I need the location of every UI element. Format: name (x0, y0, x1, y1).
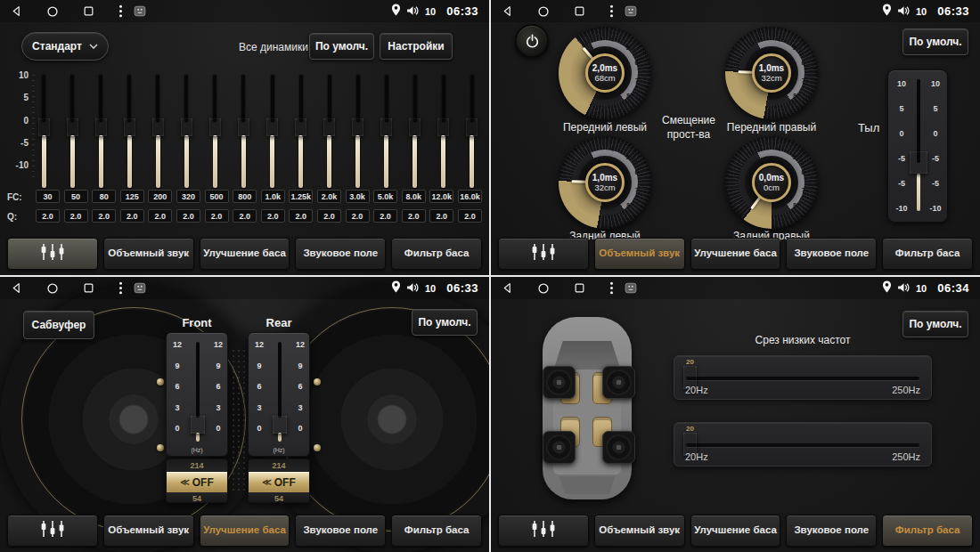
fc-value[interactable]: 80 (92, 190, 116, 203)
q-value[interactable]: 2.0 (458, 209, 482, 223)
q-value[interactable]: 2.0 (92, 209, 116, 223)
fc-value[interactable]: 500 (205, 190, 229, 203)
fc-value[interactable]: 8.0k (402, 190, 426, 203)
status-app-icon[interactable] (625, 282, 637, 294)
tab-equalizer[interactable] (498, 515, 589, 547)
drum-selected-value[interactable]: ≪OFF (167, 472, 227, 492)
tab-bass-boost[interactable]: Улучшение баса (690, 515, 781, 547)
fc-value[interactable]: 200 (148, 190, 172, 203)
back-icon[interactable] (11, 5, 22, 17)
tab-sound-field[interactable]: Звуковое поле (295, 515, 386, 547)
bass-level-panel-rear[interactable]: 129630129630(Hz) (248, 332, 310, 457)
menu-dots-icon[interactable] (118, 4, 123, 18)
eq-band-slider-1.25k[interactable] (295, 73, 307, 191)
settings-button[interactable]: Настройки (380, 33, 453, 60)
eq-band-slider-8.0k[interactable] (409, 73, 421, 191)
q-value[interactable]: 2.0 (176, 209, 200, 223)
status-app-icon[interactable] (134, 5, 146, 17)
fc-value[interactable]: 5.0k (373, 190, 397, 203)
slider-knob[interactable] (181, 118, 192, 136)
tab-surround-sound[interactable]: Объемный звук (594, 238, 685, 270)
fc-value[interactable]: 12.0k (429, 190, 453, 203)
q-value[interactable]: 2.0 (120, 209, 144, 223)
default-button[interactable]: По умолч. (309, 33, 374, 60)
fc-value[interactable]: 125 (120, 190, 144, 203)
recents-square-icon[interactable] (574, 5, 585, 17)
preset-dropdown[interactable]: Стандарт (21, 32, 109, 61)
slider-knob[interactable] (380, 118, 392, 136)
delay-gauge-4[interactable]: 456780,0ms0cm (725, 136, 818, 229)
slider-knob[interactable] (124, 118, 135, 136)
q-value[interactable]: 2.0 (429, 209, 453, 223)
fc-value[interactable]: 16.0k (458, 190, 482, 203)
eq-band-slider-200[interactable] (151, 73, 164, 191)
eq-band-slider-12.0k[interactable] (437, 73, 450, 191)
recents-square-icon[interactable] (574, 282, 585, 294)
q-value[interactable]: 2.0 (317, 209, 341, 223)
home-circle-icon[interactable] (46, 5, 59, 18)
tab-bass-boost[interactable]: Улучшение баса (690, 238, 781, 270)
eq-band-slider-1.0k[interactable] (266, 73, 279, 191)
tab-bass-filter[interactable]: Фильтр баса (882, 515, 973, 547)
tab-sound-field[interactable]: Звуковое поле (786, 238, 877, 270)
menu-dots-icon[interactable] (118, 281, 123, 295)
tab-equalizer[interactable] (7, 238, 98, 270)
low-cut-slider-1[interactable]: 2020Hz250Hz (674, 355, 932, 400)
tab-equalizer[interactable] (7, 515, 98, 547)
home-circle-icon[interactable] (46, 282, 59, 295)
slider-knob[interactable] (238, 118, 249, 136)
slider-knob[interactable] (95, 118, 107, 136)
slider-knob[interactable] (273, 416, 287, 434)
eq-band-slider-500[interactable] (208, 73, 221, 191)
slider-knob[interactable] (323, 118, 335, 136)
eq-band-slider-2.0k[interactable] (323, 73, 336, 191)
recents-square-icon[interactable] (83, 5, 94, 17)
tab-bass-boost[interactable]: Улучшение баса (200, 238, 290, 270)
low-cut-slider-2[interactable]: 2020Hz250Hz (674, 422, 932, 467)
menu-dots-icon[interactable] (609, 281, 614, 295)
rear-level-slider[interactable]: 1050-5-5-101050-5-5-10 (887, 69, 948, 223)
slider-knob[interactable] (38, 118, 50, 136)
frequency-drum-front[interactable]: 214≪OFF54 (166, 459, 228, 503)
power-button[interactable] (515, 24, 549, 58)
q-value[interactable]: 2.0 (346, 209, 370, 223)
q-value[interactable]: 2.0 (64, 209, 88, 223)
tab-surround-sound[interactable]: Объемный звук (594, 515, 685, 547)
slider-knob[interactable] (191, 416, 205, 434)
q-value[interactable]: 2.0 (289, 209, 313, 223)
recents-square-icon[interactable] (83, 282, 94, 294)
slider-knob[interactable] (409, 118, 421, 136)
slider-knob[interactable] (67, 118, 78, 136)
status-app-icon[interactable] (134, 282, 146, 294)
eq-band-slider-50[interactable] (66, 73, 78, 191)
slider-knob[interactable] (466, 118, 478, 136)
q-value[interactable]: 2.0 (402, 209, 426, 223)
drum-selected-value[interactable]: ≪OFF (249, 472, 309, 492)
eq-band-slider-5.0k[interactable] (380, 73, 393, 191)
q-value[interactable]: 2.0 (205, 209, 229, 223)
back-icon[interactable] (502, 282, 513, 294)
tab-bass-filter[interactable]: Фильтр баса (391, 238, 482, 270)
back-icon[interactable] (502, 5, 513, 17)
default-button[interactable]: По умолч. (412, 309, 478, 336)
slider-knob[interactable] (437, 118, 449, 136)
frequency-drum-rear[interactable]: 214≪OFF54 (248, 459, 310, 503)
q-value[interactable]: 2.0 (148, 209, 172, 223)
eq-band-slider-3.0k[interactable] (352, 73, 364, 191)
bass-level-panel-front[interactable]: 129630129630(Hz) (166, 332, 228, 457)
subwoofer-button[interactable]: Сабвуфер (23, 311, 94, 339)
q-value[interactable]: 2.0 (373, 209, 397, 223)
tab-sound-field[interactable]: Звуковое поле (295, 238, 386, 270)
menu-dots-icon[interactable] (609, 4, 614, 18)
fc-value[interactable]: 800 (233, 190, 257, 203)
eq-band-slider-125[interactable] (123, 73, 135, 191)
slider-knob[interactable] (152, 118, 164, 136)
eq-band-slider-800[interactable] (237, 73, 249, 191)
fc-value[interactable]: 30 (36, 190, 60, 203)
tab-surround-sound[interactable]: Объемный звук (103, 515, 194, 547)
fc-value[interactable]: 3.0k (346, 190, 370, 203)
delay-gauge-3[interactable]: 456781,0ms32cm (559, 136, 651, 229)
slider-knob[interactable] (910, 151, 927, 174)
q-value[interactable]: 2.0 (233, 209, 257, 223)
tab-surround-sound[interactable]: Объемный звук (103, 238, 194, 270)
